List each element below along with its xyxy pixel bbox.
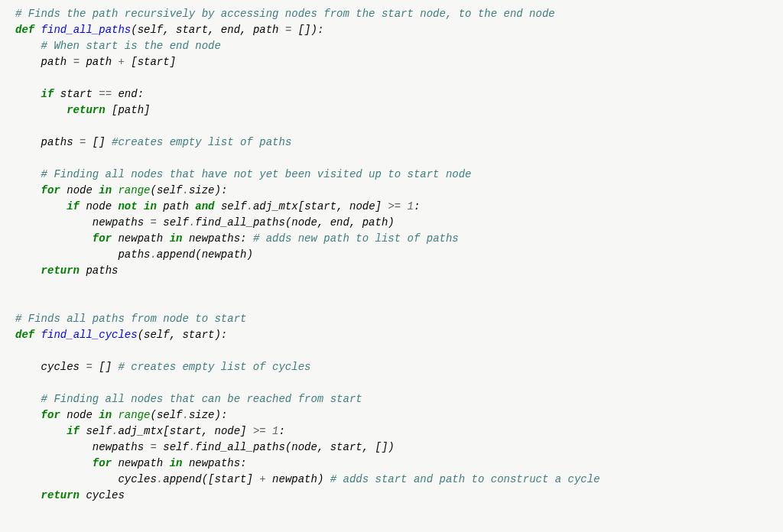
loop-var: newpath [112, 457, 170, 469]
sp [266, 425, 272, 437]
var: cycles [118, 473, 156, 485]
expr: path [80, 56, 118, 68]
attr: size): [189, 409, 227, 421]
var: paths [41, 136, 80, 148]
loop-var: node [60, 184, 99, 196]
iter: newpaths: [182, 457, 246, 469]
return-keyword: return [67, 104, 105, 116]
for-keyword: for [93, 232, 112, 245]
comment-line: # Finding all nodes that can be reached … [41, 393, 362, 405]
range-builtin: range [118, 409, 150, 421]
dot: . [183, 184, 189, 196]
expr: [start] [125, 56, 176, 68]
number: 1 [408, 200, 414, 212]
comment-line: # adds start and path to construct a cyc… [330, 473, 600, 485]
eqeq: == [99, 88, 112, 100]
default-arg: []): [291, 24, 323, 36]
cond: end: [112, 88, 144, 100]
expr: self [215, 200, 247, 212]
for-keyword: for [41, 184, 60, 196]
for-keyword: for [93, 457, 112, 469]
args: (self [150, 409, 182, 421]
var: path [41, 56, 73, 68]
gte: >= [253, 425, 266, 437]
code-block: # Finds the path recursively by accessin… [15, 6, 768, 504]
in-keyword: in [170, 232, 183, 245]
in-keyword: in [170, 457, 183, 469]
in-keyword: in [99, 184, 112, 196]
call: append([start] [163, 473, 259, 485]
function-name: find_all_paths [41, 24, 132, 36]
in-keyword: in [144, 200, 157, 212]
equals: = [86, 361, 92, 373]
not-keyword: not [118, 200, 137, 212]
attr: size): [189, 184, 227, 196]
expr: self [80, 425, 112, 437]
args: (self [150, 184, 182, 196]
for-keyword: for [41, 409, 60, 421]
return-keyword: return [41, 264, 80, 277]
and-keyword: and [195, 200, 214, 212]
expr: [] [86, 136, 112, 148]
equals: = [150, 216, 156, 229]
expr: adj_mtx[start, node] [253, 200, 388, 212]
equals: = [73, 56, 80, 68]
plus: + [118, 56, 124, 68]
loop-var: newpath [112, 232, 170, 245]
cond: start [54, 88, 99, 100]
def-keyword: def [15, 24, 34, 36]
var: newpaths [93, 441, 151, 453]
gte: >= [388, 200, 401, 212]
equals: = [150, 441, 156, 453]
call: append(newpath) [157, 248, 253, 261]
number: 1 [272, 425, 278, 437]
colon: : [414, 200, 420, 212]
return-keyword: return [41, 489, 80, 501]
expr: newpath) [266, 473, 330, 485]
expr: node [80, 200, 118, 212]
in-keyword: in [99, 409, 112, 421]
comment-line: # Finding all nodes that have not yet be… [41, 168, 472, 180]
def-keyword: def [15, 329, 34, 341]
dot: . [247, 200, 253, 212]
expr: self [157, 441, 189, 453]
dot: . [183, 409, 189, 421]
colon: : [279, 425, 285, 437]
comment-line: #creates empty list of paths [112, 136, 291, 148]
comment-line: # creates empty list of cycles [118, 361, 310, 373]
call: find_all_paths(node, end, path) [195, 216, 394, 229]
params: (self, start): [138, 329, 228, 341]
sp [401, 200, 407, 212]
expr: self [157, 216, 189, 229]
comment-line: # Finds the path recursively by accessin… [15, 8, 555, 20]
if-keyword: if [41, 88, 54, 100]
loop-var: node [60, 409, 99, 421]
if-keyword: if [67, 200, 80, 212]
expr: [] [93, 361, 119, 373]
function-name: find_all_cycles [41, 329, 138, 341]
iter: newpaths: [182, 232, 252, 245]
var: cycles [41, 361, 86, 373]
return-val: paths [80, 264, 118, 277]
if-keyword: if [67, 425, 80, 437]
params: (self, start, end, path [131, 24, 285, 36]
range-builtin: range [118, 184, 150, 196]
return-val: [path] [106, 104, 151, 116]
dot: . [157, 473, 163, 485]
comment-line: # Finds all paths from node to start [15, 313, 246, 325]
sp [138, 200, 144, 212]
comment-line: # adds new path to list of paths [253, 232, 459, 245]
expr: adj_mtx[start, node] [118, 425, 252, 437]
return-val: cycles [80, 489, 125, 501]
var: newpaths [93, 216, 151, 229]
expr: path [157, 200, 195, 212]
comment-line: # When start is the end node [41, 40, 221, 52]
dot: . [150, 248, 156, 261]
call: find_all_paths(node, start, []) [195, 441, 394, 453]
plus: + [259, 473, 265, 485]
var: paths [118, 248, 150, 261]
